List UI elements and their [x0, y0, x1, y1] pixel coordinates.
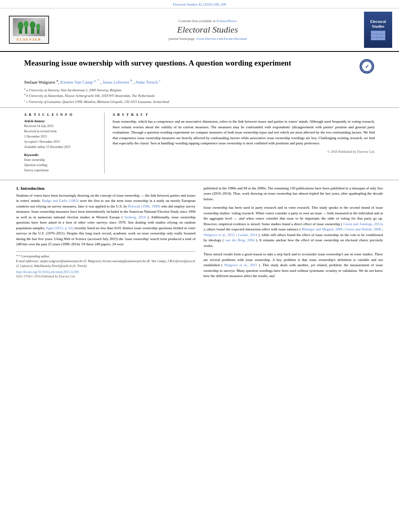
right-para-1: published in the 1990s and 94 in the 200… — [204, 186, 383, 202]
keyword-1: Issue ownership — [24, 158, 99, 163]
affiliation-b: b b University of Amsterdam, Nieuwe Acht… — [24, 92, 375, 99]
ref-egan[interactable]: Egan (2013, p. 62) — [46, 226, 74, 230]
journal-title: Electoral Studies — [177, 25, 238, 35]
svg-point-7 — [36, 24, 40, 29]
crossmark-icon: ✓ — [360, 59, 374, 74]
keywords-label: Keywords: — [24, 153, 99, 157]
author-kirsten[interactable]: Kirsten Van Camp a, * — [60, 80, 99, 84]
journal-header: ELSEVIER Contents lists available at Sci… — [0, 8, 399, 52]
abstract-col: A B S T R A C T Issue ownership, which h… — [113, 113, 375, 173]
doi-link[interactable]: http://dx.doi.org/10.1016/j.electstud.20… — [16, 270, 79, 274]
ref-walgrave-2015[interactable]: Walgrave et al., 2015 — [224, 263, 257, 267]
affiliation-c: c c University of Lausanne, Quartier UNI… — [24, 99, 375, 105]
intro-label: Introduction — [21, 186, 45, 191]
sciencedirect-link[interactable]: ScienceDirect — [216, 19, 237, 23]
svg-text:✓: ✓ — [365, 64, 369, 70]
history-revised-label: Received in revised form — [24, 129, 99, 134]
ref-lachat[interactable]: Lachat, 2014 — [238, 233, 257, 237]
svg-point-3 — [24, 21, 29, 27]
article-info-section: A R T I C L E I N F O Article history: R… — [0, 108, 399, 180]
body-right-col: published in the 1990s and 94 in the 200… — [204, 186, 383, 282]
keyword-2: Question wording — [24, 163, 99, 168]
ref-green-hobolt[interactable]: Green and Hobolt, 2008 — [346, 227, 381, 231]
intro-paragraph-1: Students of voters have been increasingl… — [16, 193, 195, 247]
crossmark-badge: ✓ — [359, 58, 375, 74]
svg-point-1 — [18, 22, 23, 30]
journal-cover-box: ElectoralStudies ▓▓▓▓▓▓▓▓▓▓▓▓▓▓▓▓▓▓▓▓▓ — [364, 12, 392, 48]
affiliation-a: a a University of Antwerp, Sint-Jacobsst… — [24, 87, 375, 93]
ref-budge-farlie[interactable]: Budge and Farlie (1983) — [42, 199, 78, 203]
author-anke[interactable]: Anke Tresch c — [135, 80, 160, 84]
authors-line: Stefaan Walgrave a, Kirsten Van Camp a, … — [24, 78, 375, 84]
intro-number: 1. — [16, 186, 19, 191]
elsevier-label: ELSEVIER — [16, 37, 41, 41]
article-title-row: Measuring issue ownership with survey qu… — [24, 58, 375, 74]
footnote-emails: E-mail addresses: stefan.walgrave@uantwe… — [16, 259, 195, 269]
issn-line: 0261-3794/© 2016 Published by Elsevier L… — [16, 275, 195, 278]
journal-cover-title: ElectoralStudies — [370, 19, 386, 29]
ref-van-der-brug[interactable]: van der Brug, 2004 — [225, 238, 255, 242]
article-title: Measuring issue ownership with survey qu… — [24, 58, 351, 68]
article-info-col: A R T I C L E I N F O Article history: R… — [24, 113, 105, 173]
history-received: Received 14 July 2015 — [24, 124, 99, 129]
ref-green-jennings[interactable]: Green and Jennings, 2012a — [343, 222, 383, 226]
body-left-col: 1. Introduction Students of voters have … — [16, 186, 195, 282]
abstract-text: Issue ownership, which has a competence … — [113, 119, 375, 146]
article-header: Measuring issue ownership with survey qu… — [0, 52, 399, 108]
abstract-heading: A B S T R A C T — [113, 113, 375, 117]
sciencedirect-prefix: Contents lists available at — [179, 19, 216, 23]
keyword-3: Survey experiment — [24, 168, 99, 173]
body-section: 1. Introduction Students of voters have … — [0, 180, 399, 290]
history-label: Article history: — [24, 119, 99, 123]
svg-rect-6 — [37, 29, 39, 34]
ref-petrocik[interactable]: Petrocik (1996, 1989) — [128, 204, 160, 208]
logo-box: ELSEVIER — [9, 16, 49, 44]
journal-citation: Electoral Studies 42 (2016) 290–299 — [173, 2, 226, 6]
homepage-prefix: journal homepage: — [169, 37, 195, 41]
history-revised-date: 1 December 2015 — [24, 134, 99, 140]
logo-image — [13, 18, 45, 36]
cover-decoration: ▓▓▓▓▓▓▓▓▓▓▓▓▓▓▓▓▓▓▓▓▓ — [371, 31, 385, 40]
sciencedirect-line: Contents lists available at ScienceDirec… — [179, 19, 237, 23]
right-para-3: These mixed results form a good reason t… — [204, 252, 383, 279]
intro-title: 1. Introduction — [16, 186, 195, 191]
journal-cover: ElectoralStudies ▓▓▓▓▓▓▓▓▓▓▓▓▓▓▓▓▓▓▓▓▓ — [362, 12, 394, 48]
journal-header-center: Contents lists available at ScienceDirec… — [57, 12, 358, 48]
history-accepted: Accepted 1 December 2015 — [24, 140, 99, 145]
right-para-2: Issue ownership has been used in party r… — [204, 205, 383, 249]
author-stefaan: Stefaan Walgrave a, — [24, 80, 60, 84]
ref-belanger[interactable]: Bélanger and Meguid, 2008 — [302, 227, 342, 231]
ref-seeberg[interactable]: Seeberg, 2014 — [124, 215, 146, 219]
publisher-logo: ELSEVIER — [5, 12, 53, 48]
author-jonas[interactable]: Jonas Lefevere b — [103, 80, 132, 84]
history-online: Available online 15 December 2015 — [24, 145, 99, 150]
copyright: © 2016 Published by Elsevier Ltd. — [113, 150, 375, 154]
homepage-line: journal homepage: www.elsevier.com/locat… — [169, 37, 247, 41]
svg-point-5 — [30, 21, 35, 29]
homepage-link[interactable]: www.elsevier.com/locate/electstud — [196, 37, 247, 41]
article-info-heading: A R T I C L E I N F O — [24, 113, 99, 117]
journal-citation-bar: Electoral Studies 42 (2016) 290–299 — [0, 0, 399, 8]
footnote-section: * * Corresponding author. E-mail address… — [16, 251, 195, 278]
affiliations: a a University of Antwerp, Sint-Jacobsst… — [24, 87, 375, 105]
ref-walgrave-2012[interactable]: Walgrave et al., 2012 — [204, 233, 235, 237]
footnote-star: * * Corresponding author. — [16, 254, 195, 259]
page-wrapper: Electoral Studies 42 (2016) 290–299 — [0, 0, 399, 532]
doi-line[interactable]: http://dx.doi.org/10.1016/j.electstud.20… — [16, 270, 195, 274]
